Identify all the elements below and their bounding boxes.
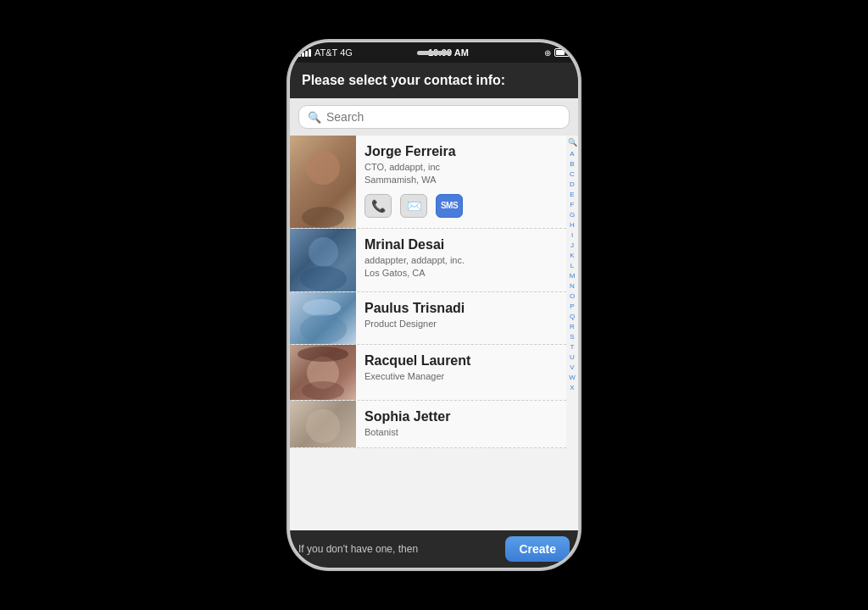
sms-action-button[interactable]: SMS — [436, 194, 463, 218]
email-icon: ✉️ — [407, 199, 421, 213]
phone-icon: 📞 — [371, 199, 386, 213]
alpha-t[interactable]: T — [570, 342, 575, 352]
time-label: 10:09 AM — [428, 47, 469, 58]
list-item[interactable]: Racquel Laurent Executive Manager — [290, 345, 566, 401]
phone-frame: AT&T 4G 10:09 AM ⊕ Please select your co… — [290, 42, 578, 568]
list-item[interactable]: Jorge Ferreira CTO, addappt, inc Sammami… — [290, 136, 566, 229]
avatar — [290, 229, 356, 291]
contact-detail-2: Sammamish, WA — [364, 174, 558, 186]
avatar — [290, 136, 356, 228]
contact-info: Racquel Laurent Executive Manager — [356, 345, 566, 400]
alpha-a[interactable]: A — [570, 149, 574, 159]
contact-detail-2: Los Gatos, CA — [364, 267, 558, 280]
contact-info: Jorge Ferreira CTO, addappt, inc Sammami… — [356, 136, 566, 228]
alpha-k[interactable]: K — [570, 251, 574, 261]
bottom-bar: If you don't have one, then Create — [290, 530, 578, 568]
list-item[interactable]: Sophia Jetter Botanist — [290, 401, 566, 448]
location-icon: ⊕ — [544, 48, 551, 58]
status-left: AT&T 4G — [298, 47, 353, 58]
search-input[interactable] — [326, 110, 560, 124]
contact-info: Paulus Trisnadi Product Designer — [356, 292, 566, 344]
alpha-index: 🔍 A B C D E F G H I J K L M N O P Q R S … — [566, 136, 578, 530]
contact-info: Mrinal Desai addappter, addappt, inc. Lo… — [356, 229, 566, 291]
alpha-i[interactable]: I — [571, 230, 573, 241]
avatar — [290, 345, 356, 400]
contact-name: Racquel Laurent — [364, 353, 558, 369]
search-icon: 🔍 — [308, 111, 321, 124]
alpha-v[interactable]: V — [570, 363, 574, 373]
alpha-q[interactable]: Q — [570, 312, 575, 322]
search-bar-wrapper: 🔍 — [290, 98, 578, 136]
sms-icon: SMS — [441, 201, 458, 210]
contact-detail-1: Botanist — [364, 426, 558, 439]
alpha-b[interactable]: B — [570, 159, 574, 169]
signal-icon — [298, 49, 311, 57]
status-bar: AT&T 4G 10:09 AM ⊕ — [290, 42, 578, 63]
contact-info: Sophia Jetter Botanist — [356, 401, 566, 447]
alpha-p[interactable]: P — [570, 302, 574, 312]
bottom-text: If you don't have one, then — [298, 543, 505, 555]
alpha-h[interactable]: H — [570, 220, 575, 230]
avatar — [290, 292, 356, 344]
alpha-d[interactable]: D — [570, 180, 575, 190]
alpha-l[interactable]: L — [570, 261, 574, 271]
contact-detail-1: CTO, addappt, inc — [364, 161, 558, 174]
header-bar: Please select your contact info: — [290, 63, 578, 98]
alpha-search[interactable]: 🔍 — [568, 137, 577, 149]
phone-action-button[interactable]: 📞 — [364, 194, 392, 218]
alpha-g[interactable]: G — [570, 210, 575, 220]
alpha-e[interactable]: E — [570, 190, 574, 200]
search-bar: 🔍 — [298, 105, 570, 129]
contact-actions: 📞 ✉️ SMS — [364, 194, 558, 218]
list-item[interactable]: Mrinal Desai addappter, addappt, inc. Lo… — [290, 229, 566, 292]
alpha-x[interactable]: X — [570, 383, 574, 393]
list-item[interactable]: Paulus Trisnadi Product Designer — [290, 292, 566, 345]
alpha-u[interactable]: U — [570, 352, 575, 363]
alpha-c[interactable]: C — [570, 169, 575, 180]
alpha-w[interactable]: W — [569, 373, 576, 383]
alpha-o[interactable]: O — [570, 291, 575, 302]
create-button[interactable]: Create — [505, 536, 570, 562]
contact-detail-1: addappter, addappt, inc. — [364, 254, 558, 267]
contact-detail-1: Product Designer — [364, 318, 558, 330]
contact-list: Jorge Ferreira CTO, addappt, inc Sammami… — [290, 136, 578, 530]
contacts-scroll: Jorge Ferreira CTO, addappt, inc Sammami… — [290, 136, 566, 530]
contact-detail-1: Executive Manager — [364, 370, 558, 383]
alpha-s[interactable]: S — [570, 332, 574, 342]
carrier-label: AT&T 4G — [314, 47, 353, 58]
alpha-m[interactable]: M — [570, 271, 576, 281]
status-right: ⊕ — [544, 48, 570, 58]
contact-name: Jorge Ferreira — [364, 144, 558, 159]
contact-name: Paulus Trisnadi — [364, 301, 558, 316]
alpha-r[interactable]: R — [570, 322, 575, 332]
alpha-f[interactable]: F — [570, 200, 575, 210]
contact-name: Mrinal Desai — [364, 237, 558, 252]
email-action-button[interactable]: ✉️ — [400, 194, 427, 218]
header-title: Please select your contact info: — [302, 73, 505, 87]
alpha-n[interactable]: N — [570, 281, 575, 291]
battery-icon — [554, 48, 570, 57]
avatar — [290, 401, 356, 447]
alpha-j[interactable]: J — [570, 241, 574, 251]
contact-name: Sophia Jetter — [364, 409, 558, 424]
